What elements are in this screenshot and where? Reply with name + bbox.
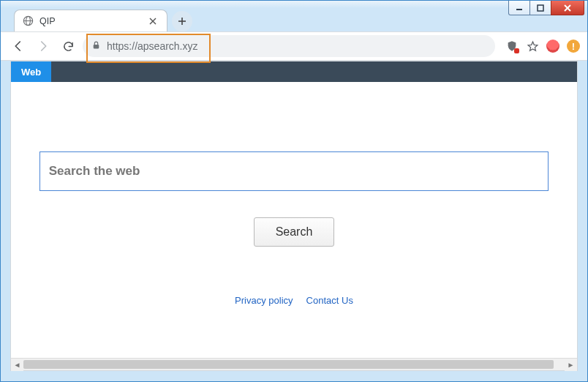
back-button[interactable] [8,36,29,56]
window-close-button[interactable] [551,1,584,15]
svg-rect-1 [538,5,543,11]
scroll-left-arrow[interactable]: ◄ [11,359,23,371]
window-maximize-button[interactable] [529,1,551,15]
new-tab-button[interactable] [172,11,192,31]
window-minimize-button[interactable] [508,1,530,15]
url-text: https://apsearch.xyz [107,40,198,52]
scroll-track[interactable] [23,359,565,370]
update-warning-button[interactable]: ! [567,40,580,53]
warning-icon: ! [567,40,580,53]
search-input[interactable] [39,151,549,191]
profile-avatar-button[interactable] [546,40,559,53]
scroll-right-arrow[interactable]: ► [565,359,577,371]
page-viewport: Web Search Privacy policy Contact Us ◄ ► [10,61,578,371]
browser-tab[interactable]: QIP [14,10,167,31]
site-nav-web-tab[interactable]: Web [11,61,51,82]
tab-strip: QIP [1,8,587,31]
bookmark-star-icon[interactable] [526,40,539,53]
shield-icon[interactable] [505,40,519,53]
globe-icon [22,15,34,27]
tab-title: QIP [39,16,140,26]
forward-button[interactable] [33,36,53,56]
site-nav-bar: Web [11,61,577,82]
browser-toolbar: https://apsearch.xyz ! [1,31,587,61]
horizontal-scrollbar[interactable]: ◄ ► [11,358,577,370]
footer-links: Privacy policy Contact Us [235,295,353,306]
contact-us-link[interactable]: Contact Us [306,295,353,306]
extension-icons: ! [500,40,580,53]
address-bar[interactable]: https://apsearch.xyz [83,35,495,57]
lock-icon [91,40,101,52]
search-button[interactable]: Search [254,217,334,247]
tab-close-button[interactable] [146,15,159,28]
window-controls [509,1,584,15]
blocked-badge [514,48,519,53]
page-content: Search Privacy policy Contact Us [11,82,577,358]
scroll-thumb[interactable] [23,360,554,369]
svg-rect-11 [94,45,99,48]
avatar-icon [546,40,559,53]
privacy-policy-link[interactable]: Privacy policy [235,295,293,306]
window-titlebar [1,1,587,8]
reload-button[interactable] [58,36,78,56]
